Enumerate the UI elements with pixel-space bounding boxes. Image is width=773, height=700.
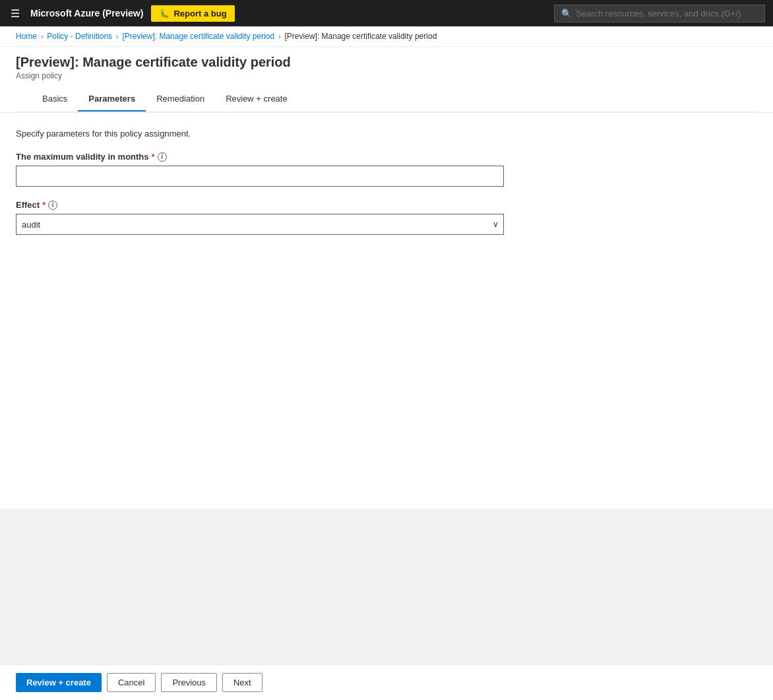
effect-label-text: Effect [16, 200, 40, 210]
max-validity-required-marker: * [152, 152, 155, 162]
report-bug-button[interactable]: 🐛 Report a bug [151, 5, 234, 22]
effect-select[interactable]: audit deny disabled [16, 214, 504, 235]
page-subtitle: Assign policy [16, 71, 757, 80]
max-validity-label: The maximum validity in months * i [16, 152, 757, 162]
max-validity-label-text: The maximum validity in months [16, 152, 149, 162]
tab-review-create[interactable]: Review + create [215, 87, 298, 111]
form-group-effect: Effect * i audit deny disabled ∨ [16, 200, 757, 235]
breadcrumb-policy-definitions[interactable]: Policy - Definitions [47, 32, 112, 41]
breadcrumb-home[interactable]: Home [16, 32, 37, 41]
page-header: [Preview]: Manage certificate validity p… [0, 47, 773, 113]
search-icon: 🔍 [561, 9, 572, 18]
breadcrumb-sep-3: › [278, 33, 280, 40]
breadcrumb-sep-1: › [41, 33, 43, 40]
top-navigation: ☰ Microsoft Azure (Preview) 🐛 Report a b… [0, 0, 773, 26]
hamburger-menu-icon[interactable]: ☰ [8, 5, 22, 22]
max-validity-input[interactable] [16, 166, 504, 187]
app-title: Microsoft Azure (Preview) [30, 8, 143, 18]
effect-select-wrapper: audit deny disabled ∨ [16, 214, 504, 235]
breadcrumb-sep-2: › [116, 33, 118, 40]
bug-icon: 🐛 [159, 9, 170, 18]
breadcrumb: Home › Policy - Definitions › [Preview]:… [0, 26, 773, 47]
effect-label: Effect * i [16, 200, 757, 210]
content-wrapper: Specify parameters for this policy assig… [16, 129, 757, 235]
breadcrumb-manage-cert-link[interactable]: [Preview]: Manage certificate validity p… [122, 32, 274, 41]
form-group-max-validity: The maximum validity in months * i [16, 152, 757, 187]
tab-remediation[interactable]: Remediation [146, 87, 215, 111]
report-bug-label: Report a bug [173, 9, 226, 18]
page-title: [Preview]: Manage certificate validity p… [16, 55, 757, 70]
tab-bar: Basics Parameters Remediation Review + c… [16, 87, 757, 112]
max-validity-info-icon[interactable]: i [158, 152, 167, 162]
search-input[interactable] [576, 9, 758, 18]
main-content: Specify parameters for this policy assig… [0, 113, 773, 509]
effect-required-marker: * [42, 200, 46, 210]
section-description: Specify parameters for this policy assig… [16, 129, 757, 139]
tab-basics[interactable]: Basics [32, 87, 78, 111]
breadcrumb-current: [Preview]: Manage certificate validity p… [285, 32, 437, 41]
tab-parameters[interactable]: Parameters [78, 87, 146, 111]
search-box[interactable]: 🔍 [554, 5, 765, 22]
effect-info-icon[interactable]: i [48, 201, 57, 210]
